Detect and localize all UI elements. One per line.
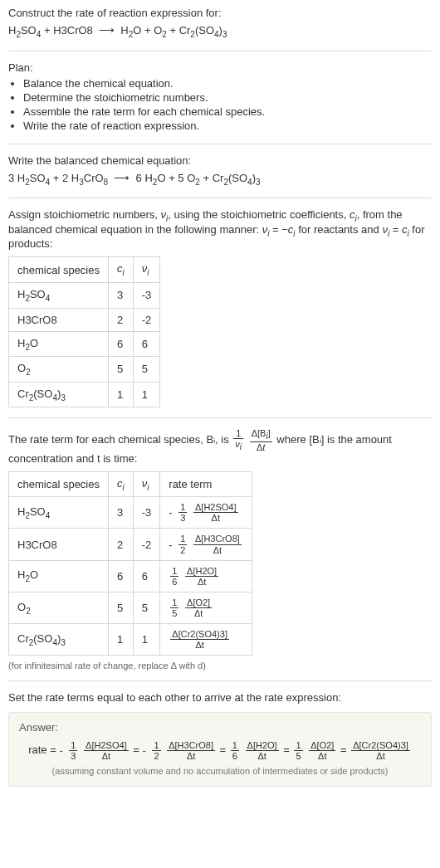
answer-note: (assuming constant volume and no accumul… — [19, 766, 421, 776]
cell-species: H2O — [9, 560, 109, 592]
table-row: Cr2(SO4)3 1 1 Δ[Cr2(SO4)3]Δt — [9, 623, 252, 655]
col-ci: ci — [109, 471, 134, 497]
rate-term-text: The rate term for each chemical species,… — [8, 428, 432, 464]
table-row: H3CrO8 2 -2 - 12 Δ[H3CrO8]Δt — [9, 529, 252, 560]
table-header-row: chemical species ci νi rate term — [9, 471, 252, 497]
table-row: O2 5 5 15 Δ[O2]Δt — [9, 592, 252, 623]
stoich-text: Assign stoichiometric numbers, νi, using… — [8, 208, 432, 250]
cell-species: H2SO4 — [9, 282, 109, 308]
cell-species: O2 — [9, 592, 109, 623]
col-rate-term: rate term — [160, 471, 252, 497]
prompt-section: Construct the rate of reaction expressio… — [8, 7, 432, 51]
final-text: Set the rate terms equal to each other t… — [8, 691, 432, 704]
cell-rate-term: Δ[Cr2(SO4)3]Δt — [160, 623, 252, 655]
cell-rate-term: - 12 Δ[H3CrO8]Δt — [160, 529, 252, 560]
cell-species: Cr2(SO4)3 — [9, 382, 109, 407]
cell-c: 2 — [109, 529, 134, 560]
rate-term-table: chemical species ci νi rate term H2SO4 3… — [8, 471, 252, 656]
cell-c: 3 — [109, 282, 134, 308]
plan-item: Assemble the rate term for each chemical… — [23, 105, 432, 118]
plan-section: Plan: Balance the chemical equation. Det… — [8, 51, 432, 144]
balanced-title: Write the balanced chemical equation: — [8, 154, 432, 167]
table-row: Cr2(SO4)3 1 1 — [9, 382, 160, 407]
rate-term-section: The rate term for each chemical species,… — [8, 418, 432, 681]
answer-title: Answer: — [19, 721, 421, 734]
generic-coef-frac: 1νi — [233, 428, 243, 451]
plan-item: Determine the stoichiometric numbers. — [23, 91, 432, 104]
table-header-row: chemical species ci νi — [9, 257, 160, 283]
cell-v: -2 — [133, 308, 160, 331]
cell-species: H2SO4 — [9, 497, 109, 529]
cell-c: 2 — [109, 308, 134, 331]
cell-species: Cr2(SO4)3 — [9, 623, 109, 655]
plan-item: Write the rate of reaction expression. — [23, 119, 432, 132]
cell-rate-term: 16 Δ[H2O]Δt — [160, 560, 252, 592]
cell-c: 5 — [109, 592, 134, 623]
final-section: Set the rate terms equal to each other t… — [8, 681, 432, 787]
table-row: H2O 6 6 — [9, 331, 160, 357]
answer-rate-expression: rate = - 13 Δ[H2SO4]Δt = - 12 Δ[H3CrO8]Δ… — [19, 740, 421, 761]
plan-list: Balance the chemical equation. Determine… — [23, 77, 432, 132]
cell-v: 5 — [133, 357, 160, 383]
cell-c: 1 — [109, 623, 134, 655]
cell-c: 1 — [109, 382, 134, 407]
generic-rate-frac: Δ[Bi]Δt — [250, 428, 272, 451]
cell-v: 5 — [133, 592, 160, 623]
cell-c: 5 — [109, 357, 134, 383]
prompt-text: Construct the rate of reaction expressio… — [8, 7, 432, 19]
table-row: H2SO4 3 -3 — [9, 282, 160, 308]
table-row: H2SO4 3 -3 - 13 Δ[H2SO4]Δt — [9, 497, 252, 529]
cell-species: O2 — [9, 357, 109, 383]
answer-box: Answer: rate = - 13 Δ[H2SO4]Δt = - 12 Δ[… — [8, 712, 432, 787]
plan-item: Balance the chemical equation. — [23, 77, 432, 90]
stoich-section: Assign stoichiometric numbers, νi, using… — [8, 198, 432, 418]
cell-c: 6 — [109, 560, 134, 592]
cell-v: -3 — [133, 282, 160, 308]
table-row: H2O 6 6 16 Δ[H2O]Δt — [9, 560, 252, 592]
table-row: O2 5 5 — [9, 357, 160, 383]
cell-v: -3 — [133, 497, 160, 529]
cell-v: -2 — [133, 529, 160, 560]
cell-species: H2O — [9, 331, 109, 357]
cell-c: 3 — [109, 497, 134, 529]
col-vi: νi — [133, 257, 160, 283]
balanced-section: Write the balanced chemical equation: 3 … — [8, 144, 432, 199]
unbalanced-equation: H2SO4 + H3CrO8 ⟶ H2O + O2 + Cr2(SO4)3 — [8, 22, 432, 41]
balanced-equation: 3 H2SO4 + 2 H3CrO8 ⟶ 6 H2O + 5 O2 + Cr2(… — [8, 170, 432, 188]
col-vi: νi — [133, 471, 160, 497]
cell-v: 6 — [133, 560, 160, 592]
cell-rate-term: 15 Δ[O2]Δt — [160, 592, 252, 623]
rate-table-footnote: (for infinitesimal rate of change, repla… — [8, 661, 432, 671]
table-row: H3CrO8 2 -2 — [9, 308, 160, 331]
cell-v: 1 — [133, 382, 160, 407]
cell-species: H3CrO8 — [9, 308, 109, 331]
cell-species: H3CrO8 — [9, 529, 109, 560]
cell-v: 6 — [133, 331, 160, 357]
stoich-table: chemical species ci νi H2SO4 3 -3 H3CrO8… — [8, 256, 160, 407]
cell-v: 1 — [133, 623, 160, 655]
col-ci: ci — [109, 257, 134, 283]
cell-c: 6 — [109, 331, 134, 357]
col-species: chemical species — [9, 257, 109, 283]
cell-rate-term: - 13 Δ[H2SO4]Δt — [160, 497, 252, 529]
col-species: chemical species — [9, 471, 109, 497]
plan-title: Plan: — [8, 61, 432, 74]
